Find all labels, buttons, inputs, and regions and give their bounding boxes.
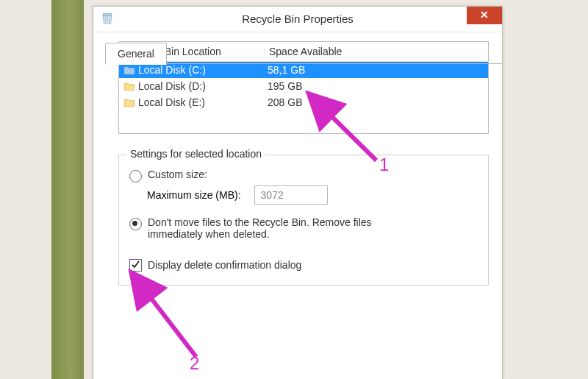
drive-space: 195 GB — [263, 80, 488, 92]
max-size-input[interactable]: 3072 — [254, 185, 328, 205]
settings-group: Settings for selected location Custom si… — [118, 155, 489, 286]
drive-name: Local Disk (E:) — [138, 96, 205, 108]
drive-row-d[interactable]: Local Disk (D:) 195 GB — [119, 78, 488, 94]
dialog-window: Recycle Bin Properties ✕ General Recycle… — [93, 6, 503, 379]
page-background: Recycle Bin Properties ✕ General Recycle… — [0, 0, 588, 379]
drive-list-header: Recycle Bin Location Space Available — [119, 42, 488, 62]
dont-move-label: Don't move files to the Recycle Bin. Rem… — [148, 216, 427, 240]
drive-row-e[interactable]: Local Disk (E:) 208 GB — [119, 94, 488, 110]
tab-general[interactable]: General — [105, 43, 167, 65]
drive-name: Local Disk (D:) — [138, 80, 206, 92]
close-button[interactable]: ✕ — [467, 7, 502, 24]
custom-size-subrow: Maximum size (MB): 3072 — [147, 185, 478, 205]
option-dont-move[interactable]: Don't move files to the Recycle Bin. Rem… — [129, 216, 478, 240]
radio-dont-move[interactable] — [129, 218, 142, 230]
drive-list[interactable]: Recycle Bin Location Space Available Loc… — [118, 41, 489, 134]
settings-group-title: Settings for selected location — [126, 148, 265, 160]
option-confirm-dialog[interactable]: Display delete confirmation dialog — [129, 258, 478, 272]
drive-name: Local Disk (C:) — [138, 64, 206, 76]
close-icon: ✕ — [480, 9, 489, 21]
tab-general-label: General — [118, 48, 154, 60]
drive-space: 58,1 GB — [263, 64, 488, 76]
column-header-space[interactable]: Space Available — [265, 46, 488, 57]
folder-icon — [123, 97, 135, 107]
desktop-strip — [51, 0, 84, 379]
checkbox-confirm-dialog[interactable] — [129, 259, 142, 272]
drive-row-c[interactable]: Local Disk (C:) 58,1 GB — [119, 62, 488, 78]
confirm-dialog-label: Display delete confirmation dialog — [148, 259, 301, 271]
custom-size-label: Custom size: — [148, 169, 207, 180]
folder-icon — [123, 81, 135, 91]
radio-custom-size[interactable] — [129, 170, 142, 183]
drive-space: 208 GB — [263, 96, 488, 108]
folder-icon — [123, 65, 135, 75]
max-size-label: Maximum size (MB): — [147, 189, 241, 201]
annotation-number-2: 2 — [190, 353, 199, 374]
option-custom-size[interactable]: Custom size: — [129, 169, 478, 183]
annotation-number-1: 1 — [379, 155, 389, 175]
tab-panel-general: Recycle Bin Location Space Available Loc… — [105, 28, 502, 379]
